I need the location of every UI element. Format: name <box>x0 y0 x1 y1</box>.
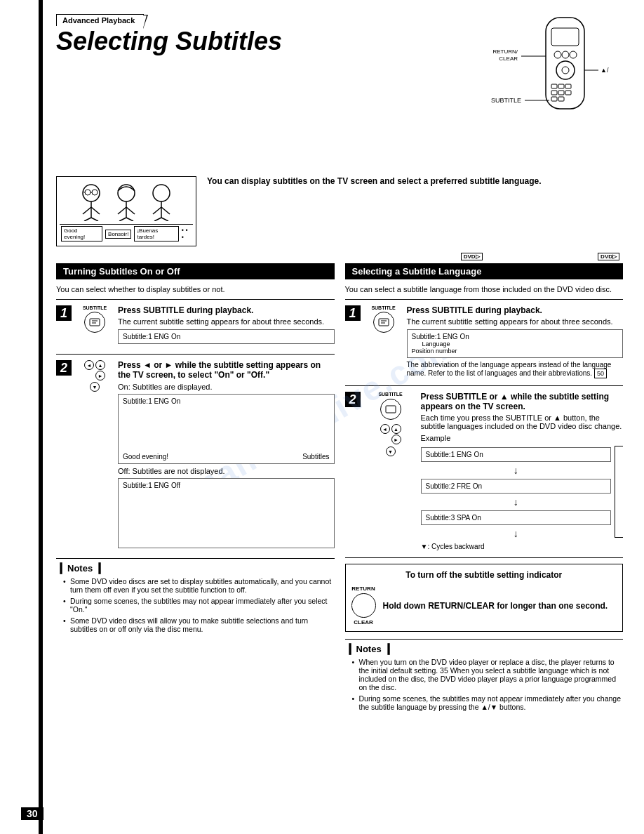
note-left-3: Some DVD video discs will allow you to m… <box>63 616 335 633</box>
notes-left: ❙ Notes ❙ Some DVD video discs are set t… <box>56 558 335 633</box>
cycle-note: ▼: Cycles backward <box>421 543 624 550</box>
notes-title-left: Notes <box>65 563 95 574</box>
step2-nav-icons: ◄ ▲ ► ▼ <box>84 360 105 392</box>
svg-rect-9 <box>565 84 571 88</box>
step2-content: Press ◄ or ► while the subtitle setting … <box>118 360 335 551</box>
left-step-1: 1 SUBTITLE Press SUBTITLE during playbac… <box>56 305 335 347</box>
svg-text:▲/▼/◄/►: ▲/▼/◄/► <box>601 67 609 74</box>
remote-illustration: SUBTITLE RETURN/ CLEAR ▲/▼/◄/► <box>483 14 623 171</box>
right-divider-2 <box>345 385 624 386</box>
page-title: Selecting Subtitles <box>56 27 476 55</box>
svg-point-5 <box>556 61 575 79</box>
svg-point-4 <box>570 51 577 58</box>
svg-rect-7 <box>551 84 557 88</box>
svg-rect-10 <box>551 91 557 95</box>
right-step1-number-area: 1 <box>345 305 361 321</box>
screen-off: Subtitle:1 ENG Off <box>118 478 335 548</box>
svg-text:SUBTITLE: SUBTITLE <box>491 97 521 104</box>
nav-updown: ▲ ► <box>95 360 105 380</box>
svg-rect-44 <box>90 319 100 326</box>
divider-1 <box>56 299 335 300</box>
notes-right: ❙ Notes ❙ When you turn on the DVD video… <box>345 639 624 711</box>
left-step-2: 2 ◄ ▲ ► ▼ Press ◄ <box>56 360 335 551</box>
dvd-badge-left: DVD▷ <box>461 253 483 260</box>
svg-line-34 <box>118 207 126 214</box>
breadcrumb-tab: Advanced Playback <box>56 14 144 26</box>
step2-number-area: 2 <box>56 360 72 376</box>
screen-on-right: Subtitles <box>302 453 329 461</box>
turnoff-row: RETURN CLEAR Hold down RETURN/CLEAR for … <box>351 585 617 626</box>
turnoff-instruction: Hold down RETURN/CLEAR for longer than o… <box>383 601 617 611</box>
connector-bottom <box>615 537 623 538</box>
step1-number-area: 1 <box>56 305 72 321</box>
svg-line-36 <box>119 218 126 221</box>
note-left-2: During some scenes, the subtitles may no… <box>63 597 335 614</box>
connector-line <box>615 446 615 537</box>
notes-bracket-right-r: ❙ <box>384 643 393 654</box>
step1-title: Press SUBTITLE during playback. <box>118 305 335 315</box>
left-section-header: Turning Subtitles On or Off <box>56 263 335 279</box>
left-section-title: Turning Subtitles On or Off <box>63 266 180 277</box>
speech-dots: • • • <box>182 227 192 241</box>
example-screen-3: Subtitle:3 SPA On <box>421 510 612 525</box>
screen-on: Subtitle:1 ENG On Good evening! Subtitle… <box>118 394 335 464</box>
figure-svg <box>70 183 182 221</box>
nav-down-2: ▼ <box>386 446 396 456</box>
speech-row: Good evening! Bonsoir! ¡Buenas tardes! •… <box>60 224 193 243</box>
step1-desc: The current subtitle setting appears for… <box>118 317 335 326</box>
svg-rect-13 <box>551 97 557 101</box>
intro-area: Good evening! Bonsoir! ¡Buenas tardes! •… <box>56 176 623 246</box>
page-wrapper: manualshive.com Advanced Playback Select… <box>0 0 644 834</box>
svg-point-6 <box>562 67 569 74</box>
page-number: 30 <box>21 807 43 820</box>
right-step2-content: Press SUBTITLE or ▲ while the subtitle s… <box>421 392 624 550</box>
right-step1-icon-label: SUBTITLE <box>371 305 395 310</box>
remote-svg: SUBTITLE RETURN/ CLEAR ▲/▼/◄/► <box>483 14 609 168</box>
right-step2-title: Press SUBTITLE or ▲ while the subtitle s… <box>421 392 624 411</box>
nav-right: ► <box>95 371 105 380</box>
step1-number: 1 <box>56 305 72 321</box>
header-left: Advanced Playback Selecting Subtitles <box>56 14 476 55</box>
down-arrow-2: ↓ <box>421 496 612 508</box>
off-label: Off: Subtitles are not displayed. <box>118 467 335 475</box>
step2-icon-area: ◄ ▲ ► ▼ <box>77 360 112 392</box>
right-section-title: Selecting a Subtitle Language <box>352 266 482 277</box>
two-column-layout: Turning Subtitles On or Off You can sele… <box>56 263 623 714</box>
right-step2-icons: SUBTITLE ◄ ▲ ► ▼ <box>366 392 415 456</box>
right-step2-desc: Each time you press the SUBTITLE or ▲ bu… <box>421 413 624 430</box>
example-screen-2: Subtitle:2 FRE On <box>421 479 612 494</box>
page-number-area: 30 <box>21 807 43 820</box>
notes-left-header: ❙ Notes ❙ <box>56 562 104 574</box>
right-step2-nav: ◄ ▲ ► <box>380 424 401 444</box>
notes-bracket-left: ❙ <box>56 562 65 574</box>
nav-left-2: ◄ <box>380 424 390 434</box>
subtitle-illustration: Good evening! Bonsoir! ¡Buenas tardes! •… <box>56 176 196 246</box>
right-step1-screen: Subtitle:1 ENG On Language Position numb… <box>407 329 624 358</box>
abbrev-note: The abbreviation of the language appears… <box>407 361 624 378</box>
return-button <box>351 593 376 618</box>
abbrev-ref: 50 <box>594 369 607 378</box>
breadcrumb-label: Advanced Playback <box>62 16 135 25</box>
down-arrow-1: ↓ <box>421 465 612 476</box>
svg-line-27 <box>91 218 98 221</box>
example-screen-1: Subtitle:1 ENG On <box>421 447 612 462</box>
speech-2: Bonsoir! <box>105 230 131 239</box>
notes-list-left: Some DVD video discs are set to display … <box>56 577 335 633</box>
right-subtitle-btn-1 <box>373 312 394 333</box>
right-step2-number: 2 <box>345 392 361 407</box>
svg-rect-47 <box>379 319 389 326</box>
nav-left: ◄ <box>84 360 94 370</box>
step1-icon-area: SUBTITLE <box>77 305 112 333</box>
return-label-top: RETURN <box>351 585 375 592</box>
svg-rect-12 <box>565 91 571 95</box>
svg-text:RETURN/: RETURN/ <box>492 48 518 55</box>
position-label: Position number <box>412 348 619 355</box>
cycle-connector <box>615 444 623 539</box>
svg-line-25 <box>91 207 100 214</box>
language-label: Language <box>422 340 619 348</box>
figure-row <box>60 180 193 224</box>
right-step1-icon-area: SUBTITLE <box>366 305 401 333</box>
speech-1: Good evening! <box>61 226 102 241</box>
svg-point-38 <box>153 185 170 201</box>
note-left-1: Some DVD video discs are set to display … <box>63 577 335 594</box>
